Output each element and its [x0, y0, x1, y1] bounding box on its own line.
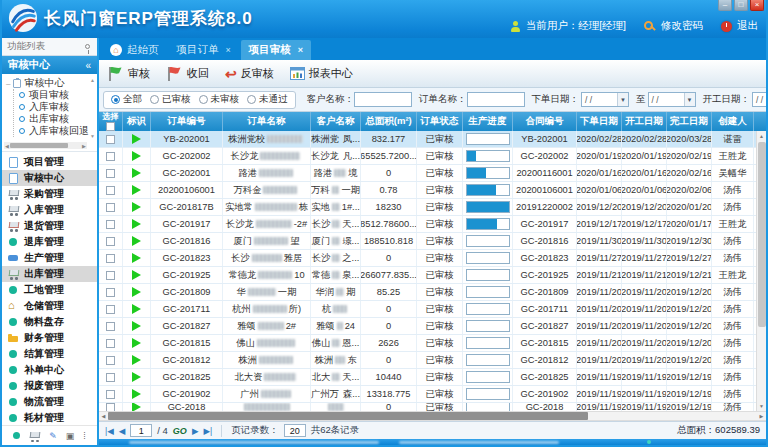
order-date-from-input[interactable]: / / ▼	[581, 92, 629, 107]
column-header-flag[interactable]: 标识	[123, 112, 151, 131]
pin-icon[interactable]	[85, 44, 90, 49]
sidebar-item-16[interactable]: 物流管理	[2, 394, 97, 410]
sidebar-item-4[interactable]: 入库管理	[2, 202, 97, 218]
row-checkbox[interactable]	[106, 169, 115, 178]
row-checkbox[interactable]	[106, 237, 115, 246]
column-header-customer[interactable]: 客户名称	[311, 112, 361, 131]
page-size-input[interactable]: 20	[284, 424, 306, 437]
sidebar-item-13[interactable]: 结算管理	[2, 346, 97, 362]
sidebar-item-7[interactable]: 生产管理	[2, 250, 97, 266]
column-header-start_date[interactable]: 开工日期	[622, 112, 667, 131]
sidebar-item-14[interactable]: 补单中心	[2, 362, 97, 378]
change-password-link[interactable]: 修改密码	[661, 19, 703, 33]
tab-1[interactable]: ⌂起始页	[102, 40, 167, 60]
logout-link[interactable]: 退出	[737, 19, 758, 33]
column-header-order_id[interactable]: 订单编号	[151, 112, 223, 131]
cart-icon[interactable]	[29, 431, 40, 442]
maximize-button[interactable]: □	[734, 0, 748, 11]
filter-radio-1[interactable]: 全部	[111, 93, 142, 106]
column-header-area[interactable]: 总面积(m²)	[361, 112, 417, 131]
tree-scroll-down-icon[interactable]: ▼	[90, 133, 95, 139]
row-checkbox[interactable]	[106, 322, 115, 331]
scroll-right-icon[interactable]: ▶	[757, 413, 766, 419]
filter-radio-3[interactable]: 未审核	[199, 93, 240, 106]
tree-item-4[interactable]: 入库审核回退	[19, 125, 89, 137]
column-header-order_name[interactable]: 订单名称	[223, 112, 311, 131]
tree-scroll-up-icon[interactable]: ▲	[90, 77, 95, 83]
column-header-status[interactable]: 订单状态	[417, 112, 463, 131]
dot-icon[interactable]	[13, 432, 20, 439]
toolbar-button-1[interactable]: 审核	[107, 66, 150, 82]
row-checkbox[interactable]	[106, 271, 115, 280]
tree-expander-icon[interactable]: –	[6, 79, 10, 88]
column-header-order_date[interactable]: 下单日期	[577, 112, 622, 131]
pen-icon[interactable]: ✎	[49, 431, 57, 441]
table-row[interactable]: GC-201825北大资北大天...10440已审核GC-2018252019/…	[99, 369, 756, 386]
table-row[interactable]: GC-201925常德龙10常德泉...266077.835...已审核GC-2…	[99, 267, 756, 284]
tree-horizontal-scrollbar[interactable]: ◀ ▶	[4, 142, 87, 149]
vertical-scrollbar[interactable]: ▲ ▼	[756, 131, 766, 411]
table-row[interactable]: GC-201823长沙雅居长沙之...0已审核GC-2018232019/11/…	[99, 250, 756, 267]
more-icon[interactable]: ⁞	[83, 431, 86, 441]
collapse-icon[interactable]: «	[85, 60, 91, 71]
sidebar-item-6[interactable]: 退库管理	[2, 234, 97, 250]
close-button[interactable]: ×	[750, 0, 764, 11]
sidebar-item-17[interactable]: 耗材管理	[2, 410, 97, 425]
toolbar-button-2[interactable]: 收回	[166, 66, 209, 82]
row-checkbox[interactable]	[106, 356, 115, 365]
sidebar-item-8[interactable]: 出库管理	[2, 266, 97, 282]
table-row[interactable]: GC-201815佛山佛山恩...2626已审核GC-2018152019/11…	[99, 335, 756, 352]
calendar-dropdown-icon[interactable]: ▼	[617, 93, 628, 106]
row-checkbox[interactable]	[106, 339, 115, 348]
prev-page-button[interactable]: ◀	[119, 426, 126, 436]
sidebar-item-9[interactable]: 工地管理	[2, 282, 97, 298]
toolbar-button-4[interactable]: 报表中心	[290, 66, 353, 81]
filter-radio-4[interactable]: 未通过	[247, 93, 288, 106]
sidebar-item-15[interactable]: 报废管理	[2, 378, 97, 394]
sidebar-item-5[interactable]: 退货管理	[2, 218, 97, 234]
sidebar-item-11[interactable]: 物料盘存	[2, 314, 97, 330]
row-checkbox[interactable]	[106, 390, 115, 399]
table-row[interactable]: GC-201809华一期华润期85.25已审核GC-2018092019/11/…	[99, 284, 756, 301]
column-header-contract[interactable]: 合同编号	[513, 112, 577, 131]
board-icon[interactable]: ▣	[66, 431, 75, 441]
column-header-creator[interactable]: 创建人	[712, 112, 754, 131]
select-all-checkbox[interactable]	[106, 122, 115, 131]
column-header-progress[interactable]: 生产进度	[463, 112, 513, 131]
table-row[interactable]: 20200106001万科金万科一期0.78已审核202001060012020…	[99, 182, 756, 199]
table-row[interactable]: GC-201827雅颂2#雅颂240已审核GC-2018272019/11/20…	[99, 318, 756, 335]
row-checkbox[interactable]	[106, 373, 115, 382]
last-page-button[interactable]: ▶|	[203, 426, 212, 436]
table-row[interactable]: GC-201917长沙龙-2#长沙天...8512.78600...已审核GC-…	[99, 216, 756, 233]
table-row[interactable]: GC-202002长沙龙长沙龙凡...65525.7200...已审核GC-20…	[99, 148, 756, 165]
scrollbar-thumb[interactable]	[10, 143, 68, 148]
row-checkbox[interactable]	[106, 152, 115, 161]
scrollbar-thumb[interactable]	[758, 142, 766, 327]
start-date-input[interactable]: / / ▼	[752, 92, 766, 107]
row-checkbox[interactable]	[106, 403, 115, 411]
order-date-to-input[interactable]: / / ▼	[648, 92, 696, 107]
first-page-button[interactable]: |◀	[105, 426, 114, 436]
toolbar-button-3[interactable]: ↩反审核	[225, 66, 274, 81]
scroll-right-icon[interactable]: ▶	[81, 143, 87, 149]
row-checkbox[interactable]	[106, 288, 115, 297]
row-checkbox[interactable]	[106, 254, 115, 263]
tab-3[interactable]: 项目审核×	[241, 40, 311, 60]
customer-name-input[interactable]	[354, 92, 412, 107]
tab-2[interactable]: 项目订单×	[169, 40, 239, 60]
filter-radio-2[interactable]: 已审核	[150, 93, 191, 106]
row-checkbox[interactable]	[106, 186, 115, 195]
calendar-dropdown-icon[interactable]: ▼	[684, 93, 695, 106]
table-row[interactable]: YB-202001株洲党校株洲党凤...832.177已审核YB-2020012…	[99, 131, 756, 148]
order-name-input[interactable]	[467, 92, 525, 107]
next-page-button[interactable]: ▶	[192, 426, 199, 436]
scroll-left-icon[interactable]: ◀	[99, 413, 108, 419]
go-button[interactable]: GO	[173, 426, 187, 436]
table-row[interactable]: GC-201816厦门望厦门璟...188510.818已审核GC-201816…	[99, 233, 756, 250]
sidebar-item-2[interactable]: 审核中心	[2, 170, 97, 186]
scroll-down-icon[interactable]: ▼	[759, 401, 764, 411]
scroll-up-icon[interactable]: ▲	[759, 131, 764, 141]
table-row[interactable]: GC-201817B实地常栋实地1#...18230已审核20191220002…	[99, 199, 756, 216]
sidebar-item-1[interactable]: 项目管理	[2, 154, 97, 170]
table-row[interactable]: GC-20180已审核GC-20182019/11/192019/11/1920…	[99, 403, 756, 411]
